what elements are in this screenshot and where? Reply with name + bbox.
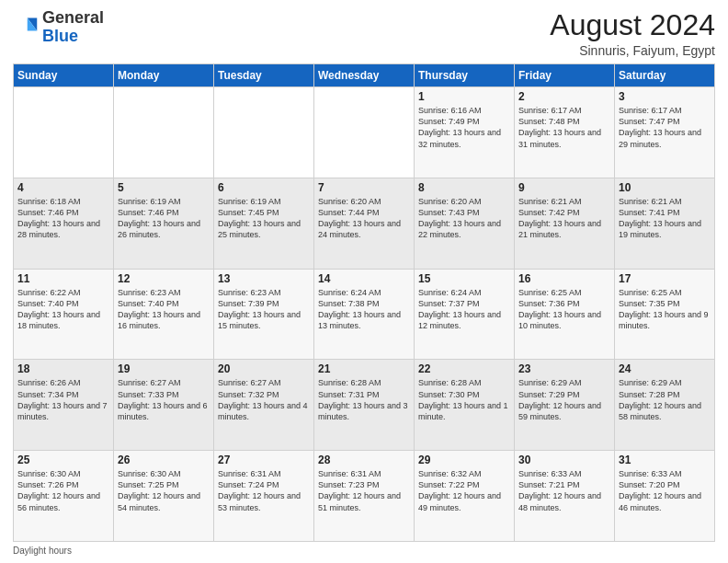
calendar-cell: 30Sunrise: 6:33 AM Sunset: 7:21 PM Dayli…: [515, 451, 615, 542]
calendar-cell: 26Sunrise: 6:30 AM Sunset: 7:25 PM Dayli…: [114, 451, 214, 542]
day-number: 5: [118, 181, 210, 194]
day-number: 26: [118, 454, 210, 466]
calendar-cell: 22Sunrise: 6:28 AM Sunset: 7:30 PM Dayli…: [415, 360, 515, 451]
calendar-cell: 25Sunrise: 6:30 AM Sunset: 7:26 PM Dayli…: [14, 451, 114, 542]
logo: General Blue: [13, 9, 104, 46]
day-number: 3: [619, 90, 711, 103]
title-block: August 2024 Sinnuris, Faiyum, Egypt: [550, 9, 715, 58]
calendar-cell: [314, 87, 415, 178]
week-row-4: 18Sunrise: 6:26 AM Sunset: 7:34 PM Dayli…: [14, 360, 715, 451]
day-number: 28: [318, 454, 410, 466]
calendar-cell: 17Sunrise: 6:25 AM Sunset: 7:35 PM Dayli…: [615, 269, 715, 360]
calendar-cell: 4Sunrise: 6:18 AM Sunset: 7:46 PM Daylig…: [14, 178, 114, 269]
day-number: 1: [418, 90, 510, 103]
cell-content: Sunrise: 6:28 AM Sunset: 7:30 PM Dayligh…: [418, 377, 510, 422]
day-number: 20: [218, 362, 310, 375]
calendar-cell: 12Sunrise: 6:23 AM Sunset: 7:40 PM Dayli…: [114, 269, 214, 360]
cell-content: Sunrise: 6:31 AM Sunset: 7:24 PM Dayligh…: [218, 468, 310, 513]
calendar: SundayMondayTuesdayWednesdayThursdayFrid…: [13, 63, 715, 542]
day-number: 12: [118, 272, 210, 285]
day-number: 15: [418, 272, 510, 285]
day-number: 7: [318, 181, 410, 194]
day-number: 22: [418, 362, 510, 375]
cell-content: Sunrise: 6:17 AM Sunset: 7:48 PM Dayligh…: [518, 105, 610, 150]
day-number: 29: [418, 454, 510, 466]
calendar-cell: 5Sunrise: 6:19 AM Sunset: 7:46 PM Daylig…: [114, 178, 214, 269]
day-number: 27: [218, 454, 310, 466]
cell-content: Sunrise: 6:21 AM Sunset: 7:41 PM Dayligh…: [619, 196, 711, 241]
cell-content: Sunrise: 6:33 AM Sunset: 7:21 PM Dayligh…: [518, 468, 610, 513]
day-number: 4: [17, 181, 109, 194]
calendar-body: 1Sunrise: 6:16 AM Sunset: 7:49 PM Daylig…: [14, 87, 715, 542]
cell-content: Sunrise: 6:19 AM Sunset: 7:45 PM Dayligh…: [218, 196, 310, 241]
cell-content: Sunrise: 6:25 AM Sunset: 7:36 PM Dayligh…: [518, 287, 610, 332]
cell-content: Sunrise: 6:21 AM Sunset: 7:42 PM Dayligh…: [518, 196, 610, 241]
day-number: 23: [518, 362, 610, 375]
cell-content: Sunrise: 6:24 AM Sunset: 7:37 PM Dayligh…: [418, 287, 510, 332]
calendar-cell: 28Sunrise: 6:31 AM Sunset: 7:23 PM Dayli…: [314, 451, 415, 542]
cell-content: Sunrise: 6:20 AM Sunset: 7:44 PM Dayligh…: [318, 196, 410, 241]
logo-general: General: [42, 8, 104, 27]
calendar-cell: 19Sunrise: 6:27 AM Sunset: 7:33 PM Dayli…: [114, 360, 214, 451]
cell-content: Sunrise: 6:33 AM Sunset: 7:20 PM Dayligh…: [619, 468, 711, 513]
weekday-header-saturday: Saturday: [615, 64, 715, 87]
calendar-cell: 10Sunrise: 6:21 AM Sunset: 7:41 PM Dayli…: [615, 178, 715, 269]
weekday-header-wednesday: Wednesday: [314, 64, 415, 87]
weekday-header-tuesday: Tuesday: [214, 64, 314, 87]
cell-content: Sunrise: 6:18 AM Sunset: 7:46 PM Dayligh…: [17, 196, 109, 241]
cell-content: Sunrise: 6:22 AM Sunset: 7:40 PM Dayligh…: [17, 287, 109, 332]
day-number: 10: [619, 181, 711, 194]
day-number: 21: [318, 362, 410, 375]
day-number: 31: [619, 454, 711, 466]
cell-content: Sunrise: 6:16 AM Sunset: 7:49 PM Dayligh…: [418, 105, 510, 150]
calendar-cell: [214, 87, 314, 178]
day-number: 25: [17, 454, 109, 466]
day-number: 9: [518, 181, 610, 194]
calendar-cell: 13Sunrise: 6:23 AM Sunset: 7:39 PM Dayli…: [214, 269, 314, 360]
cell-content: Sunrise: 6:30 AM Sunset: 7:25 PM Dayligh…: [118, 468, 210, 513]
week-row-2: 4Sunrise: 6:18 AM Sunset: 7:46 PM Daylig…: [14, 178, 715, 269]
cell-content: Sunrise: 6:23 AM Sunset: 7:39 PM Dayligh…: [218, 287, 310, 332]
cell-content: Sunrise: 6:27 AM Sunset: 7:32 PM Dayligh…: [218, 377, 310, 422]
calendar-cell: 1Sunrise: 6:16 AM Sunset: 7:49 PM Daylig…: [415, 87, 515, 178]
day-number: 24: [619, 362, 711, 375]
day-number: 14: [318, 272, 410, 285]
day-number: 17: [619, 272, 711, 285]
cell-content: Sunrise: 6:17 AM Sunset: 7:47 PM Dayligh…: [619, 105, 711, 150]
cell-content: Sunrise: 6:19 AM Sunset: 7:46 PM Dayligh…: [118, 196, 210, 241]
calendar-cell: 15Sunrise: 6:24 AM Sunset: 7:37 PM Dayli…: [415, 269, 515, 360]
day-number: 11: [17, 272, 109, 285]
cell-content: Sunrise: 6:30 AM Sunset: 7:26 PM Dayligh…: [17, 468, 109, 513]
calendar-cell: [114, 87, 214, 178]
day-number: 16: [518, 272, 610, 285]
calendar-cell: [14, 87, 114, 178]
month-year: August 2024: [550, 9, 715, 41]
day-number: 6: [218, 181, 310, 194]
calendar-cell: 8Sunrise: 6:20 AM Sunset: 7:43 PM Daylig…: [415, 178, 515, 269]
logo-text: General Blue: [42, 9, 104, 46]
calendar-cell: 23Sunrise: 6:29 AM Sunset: 7:29 PM Dayli…: [515, 360, 615, 451]
calendar-cell: 31Sunrise: 6:33 AM Sunset: 7:20 PM Dayli…: [615, 451, 715, 542]
footer-note: Daylight hours: [13, 546, 715, 556]
cell-content: Sunrise: 6:25 AM Sunset: 7:35 PM Dayligh…: [619, 287, 711, 332]
calendar-cell: 14Sunrise: 6:24 AM Sunset: 7:38 PM Dayli…: [314, 269, 415, 360]
day-number: 2: [518, 90, 610, 103]
calendar-cell: 7Sunrise: 6:20 AM Sunset: 7:44 PM Daylig…: [314, 178, 415, 269]
day-number: 18: [17, 362, 109, 375]
calendar-cell: 9Sunrise: 6:21 AM Sunset: 7:42 PM Daylig…: [515, 178, 615, 269]
location: Sinnuris, Faiyum, Egypt: [550, 43, 715, 58]
calendar-cell: 11Sunrise: 6:22 AM Sunset: 7:40 PM Dayli…: [14, 269, 114, 360]
calendar-cell: 29Sunrise: 6:32 AM Sunset: 7:22 PM Dayli…: [415, 451, 515, 542]
calendar-cell: 27Sunrise: 6:31 AM Sunset: 7:24 PM Dayli…: [214, 451, 314, 542]
calendar-cell: 16Sunrise: 6:25 AM Sunset: 7:36 PM Dayli…: [515, 269, 615, 360]
calendar-cell: 2Sunrise: 6:17 AM Sunset: 7:48 PM Daylig…: [515, 87, 615, 178]
calendar-cell: 24Sunrise: 6:29 AM Sunset: 7:28 PM Dayli…: [615, 360, 715, 451]
cell-content: Sunrise: 6:31 AM Sunset: 7:23 PM Dayligh…: [318, 468, 410, 513]
cell-content: Sunrise: 6:29 AM Sunset: 7:29 PM Dayligh…: [518, 377, 610, 422]
weekday-row: SundayMondayTuesdayWednesdayThursdayFrid…: [14, 64, 715, 87]
weekday-header-thursday: Thursday: [415, 64, 515, 87]
week-row-1: 1Sunrise: 6:16 AM Sunset: 7:49 PM Daylig…: [14, 87, 715, 178]
cell-content: Sunrise: 6:29 AM Sunset: 7:28 PM Dayligh…: [619, 377, 711, 422]
page: General Blue August 2024 Sinnuris, Faiyu…: [0, 0, 728, 563]
calendar-header: SundayMondayTuesdayWednesdayThursdayFrid…: [14, 64, 715, 87]
